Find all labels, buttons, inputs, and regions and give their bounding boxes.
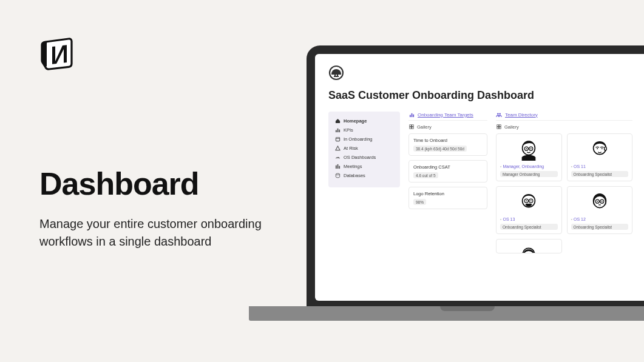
laptop-screen: SaaS Customer Onboarding Dashboard Homep…	[315, 54, 644, 301]
hero-title: Dashboard	[39, 166, 270, 202]
sidebar-item-kpis[interactable]: KPIs	[334, 126, 394, 135]
home-icon	[334, 118, 341, 124]
svg-rect-16	[410, 127, 412, 129]
view-label: Gallery	[504, 124, 519, 130]
sidebar-item-databases[interactable]: Databases	[334, 171, 394, 180]
package-icon	[334, 136, 341, 142]
laptop-body: SaaS Customer Onboarding Dashboard Homep…	[307, 45, 644, 309]
page-nav-sidebar: Homepage KPIs In Onboarding At Risk	[328, 112, 400, 187]
person-card[interactable]: ◦OS 12 Onboarding Specialist	[567, 186, 633, 234]
target-card-title: Onboarding CSAT	[413, 164, 483, 170]
svg-point-45	[602, 201, 603, 202]
svg-rect-3	[339, 130, 340, 133]
svg-rect-12	[411, 113, 412, 116]
directory-section: Team Directory Gallery ◦Manager, On	[496, 112, 632, 253]
svg-point-19	[499, 113, 501, 115]
svg-rect-13	[413, 114, 414, 117]
person-card[interactable]: ◦OS 13 Onboarding Specialist	[496, 186, 562, 234]
notion-logo	[39, 33, 270, 75]
sidebar-item-meetings[interactable]: Meetings	[334, 162, 394, 171]
svg-point-32	[597, 148, 598, 149]
svg-rect-4	[336, 138, 339, 141]
target-card[interactable]: Time to Onboard 38.4 (kph 63d) 40d 50d 5…	[408, 133, 487, 156]
targets-section: Onboarding Team Targets Gallery Time to …	[408, 112, 487, 213]
svg-rect-21	[499, 125, 501, 127]
person-role: Onboarding Specialist	[571, 171, 629, 177]
directory-view-tab[interactable]: Gallery	[496, 122, 632, 133]
sidebar-item-label: Meetings	[344, 164, 362, 169]
avatar	[571, 138, 629, 162]
person-name: ◦OS 13	[500, 217, 558, 221]
targets-title: Onboarding Team Targets	[418, 112, 473, 118]
target-card-value: 98%	[413, 199, 426, 205]
sidebar-item-os-dashboards[interactable]: OS Dashboards	[334, 153, 394, 162]
sidebar-item-homepage[interactable]: Homepage	[334, 116, 394, 126]
svg-point-31	[604, 147, 606, 150]
gauge-icon	[334, 155, 341, 161]
svg-point-29	[530, 148, 532, 149]
laptop-mockup: SaaS Customer Onboarding Dashboard Homep…	[249, 45, 644, 362]
sidebar-item-label: Databases	[344, 173, 365, 178]
svg-rect-22	[497, 127, 499, 129]
person-card[interactable]: ◦Manager, Onboarding Manager Onboarding	[496, 133, 562, 181]
person-name: ◦OS 12	[571, 217, 629, 221]
svg-point-18	[497, 113, 499, 115]
bar-chart-icon	[408, 112, 415, 118]
svg-point-28	[526, 148, 527, 149]
target-card[interactable]: Logo Retention 98%	[408, 187, 487, 209]
svg-rect-15	[412, 125, 413, 127]
svg-rect-20	[497, 125, 499, 127]
svg-point-33	[602, 148, 603, 149]
person-role: Manager Onboarding	[500, 171, 558, 177]
target-card-title: Time to Onboard	[413, 138, 483, 143]
directory-header[interactable]: Team Directory	[496, 112, 632, 121]
targets-view-tab[interactable]: Gallery	[408, 122, 487, 133]
svg-rect-8	[337, 164, 338, 169]
marketing-left-pane: Dashboard Manage your entire customer on…	[39, 33, 270, 250]
svg-rect-23	[499, 127, 501, 129]
sidebar-item-in-onboarding[interactable]: In Onboarding	[334, 135, 394, 144]
svg-rect-11	[409, 115, 410, 117]
svg-point-39	[530, 200, 532, 201]
sidebar-item-label: Homepage	[344, 118, 367, 124]
svg-rect-9	[339, 166, 340, 169]
target-card-value: 38.4 (kph 63d) 40d 50d 50d	[413, 146, 467, 152]
gallery-icon	[496, 124, 502, 130]
svg-rect-17	[412, 127, 413, 129]
svg-rect-14	[410, 125, 412, 127]
sidebar-item-label: KPIs	[344, 127, 353, 133]
svg-point-44	[597, 201, 598, 202]
directory-title: Team Directory	[505, 112, 538, 118]
svg-rect-7	[335, 166, 336, 169]
person-name: ◦OS 11	[571, 164, 629, 169]
sidebar-item-label: OS Dashboards	[344, 155, 376, 160]
avatar	[500, 190, 558, 215]
avatar	[500, 243, 558, 253]
targets-header[interactable]: Onboarding Team Targets	[408, 112, 487, 121]
person-card[interactable]: ◦OS 11 Onboarding Specialist	[567, 133, 633, 181]
sidebar-item-at-risk[interactable]: At Risk	[334, 144, 394, 153]
laptop-base	[249, 306, 644, 321]
database-icon	[334, 173, 341, 179]
warning-icon	[334, 146, 341, 152]
person-card[interactable]	[496, 239, 562, 253]
page-title: SaaS Customer Onboarding Dashboard	[328, 89, 644, 102]
gallery-icon	[408, 124, 415, 130]
bars-icon	[334, 164, 341, 170]
svg-rect-1	[335, 130, 336, 133]
person-name: ◦Manager, Onboarding	[500, 164, 558, 169]
svg-point-38	[526, 200, 527, 201]
avatar	[571, 190, 629, 215]
sidebar-item-label: At Risk	[344, 146, 358, 151]
svg-rect-2	[337, 129, 338, 132]
sidebar-item-label: In Onboarding	[344, 136, 373, 142]
app-page-icon	[328, 65, 644, 83]
hero-subtitle: Manage your entire customer onboarding w…	[39, 215, 270, 250]
view-label: Gallery	[417, 124, 432, 130]
bar-chart-icon	[334, 127, 341, 133]
avatar	[500, 138, 558, 162]
person-role: Onboarding Specialist	[571, 224, 629, 230]
person-role: Onboarding Specialist	[500, 224, 558, 230]
target-card[interactable]: Onboarding CSAT 4.6 out of 5	[408, 160, 487, 183]
people-icon	[496, 112, 502, 118]
